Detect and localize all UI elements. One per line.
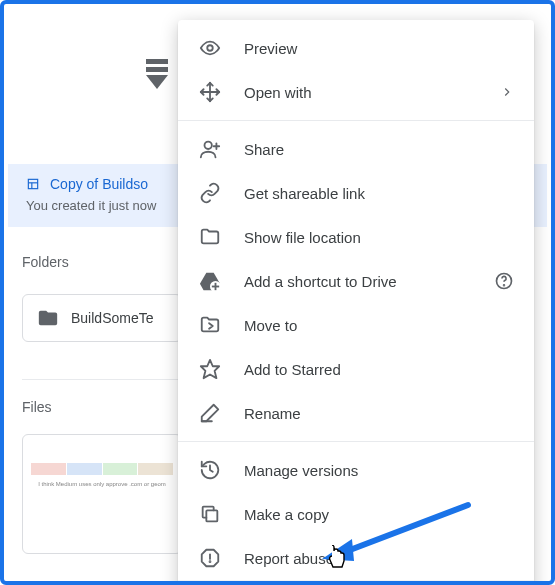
folder-outline-icon <box>198 225 222 249</box>
menu-item-label: Open with <box>244 84 312 101</box>
menu-item-download[interactable]: Download <box>178 580 534 585</box>
svg-rect-3 <box>28 179 37 188</box>
link-icon <box>198 181 222 205</box>
file-thumbnail <box>31 463 173 475</box>
menu-item-make-a-copy[interactable]: Make a copy <box>178 492 534 536</box>
context-menu: PreviewOpen withShareGet shareable linkS… <box>178 20 534 585</box>
svg-marker-18 <box>201 360 219 378</box>
menu-item-label: Report abuse <box>244 550 334 567</box>
menu-divider <box>178 120 534 121</box>
drive-add-icon <box>198 269 222 293</box>
svg-rect-20 <box>206 510 217 521</box>
menu-item-label: Move to <box>244 317 297 334</box>
menu-item-show-file-location[interactable]: Show file location <box>178 215 534 259</box>
folders-section-label: Folders <box>22 254 69 270</box>
eye-icon <box>198 36 222 60</box>
folder-icon <box>37 307 59 329</box>
svg-rect-1 <box>146 67 168 72</box>
svg-point-9 <box>205 142 212 149</box>
menu-item-label: Preview <box>244 40 297 57</box>
folder-move-icon <box>198 313 222 337</box>
menu-item-label: Make a copy <box>244 506 329 523</box>
history-icon <box>198 458 222 482</box>
menu-item-open-with[interactable]: Open with <box>178 70 534 114</box>
menu-item-preview[interactable]: Preview <box>178 26 534 70</box>
menu-item-label: Manage versions <box>244 462 358 479</box>
files-section-label: Files <box>22 399 52 415</box>
menu-item-rename[interactable]: Rename <box>178 391 534 435</box>
menu-item-label: Show file location <box>244 229 361 246</box>
person-add-icon <box>198 137 222 161</box>
image-type-icon <box>26 177 40 191</box>
rename-icon <box>198 401 222 425</box>
svg-rect-0 <box>146 59 168 64</box>
report-icon <box>198 546 222 570</box>
menu-item-report-abuse[interactable]: Report abuse <box>178 536 534 580</box>
copy-icon <box>198 502 222 526</box>
chevron-right-icon <box>500 85 514 99</box>
folder-name: BuildSomeTe <box>71 310 154 326</box>
move-arrows-icon <box>198 80 222 104</box>
star-outline-icon <box>198 357 222 381</box>
menu-item-share[interactable]: Share <box>178 127 534 171</box>
sort-icon[interactable] <box>144 59 170 89</box>
svg-point-23 <box>210 561 211 562</box>
menu-item-label: Add a shortcut to Drive <box>244 273 397 290</box>
menu-item-label: Get shareable link <box>244 185 365 202</box>
folder-card[interactable]: BuildSomeTe <box>22 294 182 342</box>
menu-item-move-to[interactable]: Move to <box>178 303 534 347</box>
svg-point-17 <box>504 285 505 286</box>
file-card[interactable]: I think Medium uses only approve .com or… <box>22 434 182 554</box>
help-icon[interactable] <box>494 271 514 291</box>
menu-item-label: Add to Starred <box>244 361 341 378</box>
menu-item-get-shareable-link[interactable]: Get shareable link <box>178 171 534 215</box>
menu-item-label: Share <box>244 141 284 158</box>
svg-marker-2 <box>146 75 168 89</box>
menu-divider <box>178 441 534 442</box>
banner-title: Copy of Buildso <box>50 176 148 192</box>
menu-item-add-a-shortcut-to-drive[interactable]: Add a shortcut to Drive <box>178 259 534 303</box>
menu-item-manage-versions[interactable]: Manage versions <box>178 448 534 492</box>
menu-item-label: Rename <box>244 405 301 422</box>
svg-point-6 <box>207 45 213 51</box>
menu-item-add-to-starred[interactable]: Add to Starred <box>178 347 534 391</box>
file-caption: I think Medium uses only approve .com or… <box>23 481 181 487</box>
